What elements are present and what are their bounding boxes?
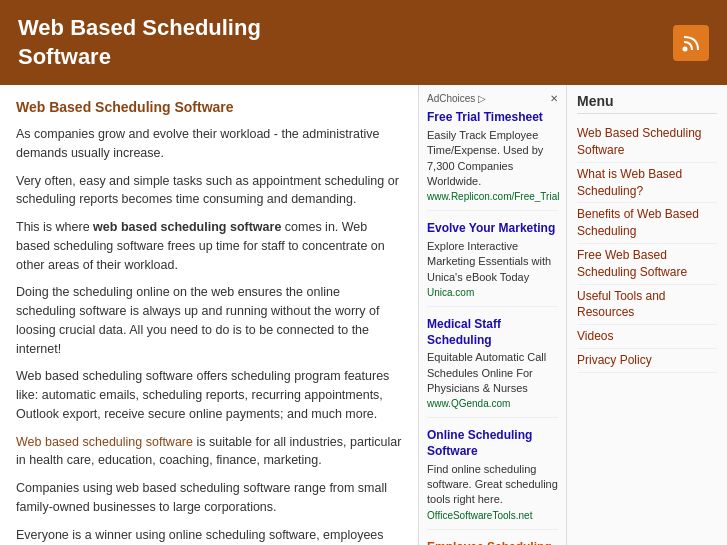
sidebar-item-6[interactable]: Videos bbox=[577, 325, 717, 349]
sidebar: Menu Web Based Scheduling Software What … bbox=[567, 85, 727, 545]
paragraph-6: Web based scheduling software is suitabl… bbox=[16, 433, 402, 471]
ad-url-4: OfficeSoftwareTools.net bbox=[427, 510, 558, 521]
ad-title-4[interactable]: Online Scheduling Software bbox=[427, 428, 558, 459]
content-body: As companies grow and evolve their workl… bbox=[16, 125, 402, 545]
ad-block-2: Evolve Your Marketing Explore Interactiv… bbox=[427, 221, 558, 307]
content-area: Web Based Scheduling Software As compani… bbox=[0, 85, 419, 545]
ad-desc-3: Equitable Automatic Call Schedules Onlin… bbox=[427, 350, 558, 396]
sidebar-item-5[interactable]: Useful Tools and Resources bbox=[577, 285, 717, 326]
sidebar-title: Menu bbox=[577, 93, 717, 114]
sidebar-item-7[interactable]: Privacy Policy bbox=[577, 349, 717, 373]
sidebar-item-2[interactable]: What is Web Based Scheduling? bbox=[577, 163, 717, 204]
paragraph-4: Doing the scheduling online on the web e… bbox=[16, 283, 402, 358]
header: Web Based SchedulingSoftware bbox=[0, 0, 727, 85]
sidebar-item-1[interactable]: Web Based Scheduling Software bbox=[577, 122, 717, 163]
svg-point-0 bbox=[683, 46, 688, 51]
ad-desc-1: Easily Track Employee Time/Expense. Used… bbox=[427, 128, 558, 190]
ad-block-4: Online Scheduling Software Find online s… bbox=[427, 428, 558, 529]
ad-url-3: www.QGenda.com bbox=[427, 398, 558, 409]
ad-title-5[interactable]: Employee Scheduling bbox=[427, 540, 558, 545]
ad-url-1: www.Replicon.com/Free_Trial bbox=[427, 191, 558, 202]
main-layout: Web Based Scheduling Software As compani… bbox=[0, 85, 727, 545]
page-title: Web Based SchedulingSoftware bbox=[18, 14, 261, 71]
ad-title-1[interactable]: Free Trial Timesheet bbox=[427, 110, 558, 126]
sidebar-item-3[interactable]: Benefits of Web Based Scheduling bbox=[577, 203, 717, 244]
bold-phrase: web based scheduling software bbox=[93, 220, 281, 234]
content-title: Web Based Scheduling Software bbox=[16, 99, 402, 115]
paragraph-8: Everyone is a winner using online schedu… bbox=[16, 526, 402, 545]
paragraph-2: Very often, easy and simple tasks such a… bbox=[16, 172, 402, 210]
paragraph-1: As companies grow and evolve their workl… bbox=[16, 125, 402, 163]
ad-choices-bar: AdChoices ▷ ✕ bbox=[427, 93, 558, 104]
ad-block-5: Employee Scheduling Find Employee Schedu… bbox=[427, 540, 558, 545]
ad-block-1: Free Trial Timesheet Easily Track Employ… bbox=[427, 110, 558, 211]
sidebar-item-4[interactable]: Free Web Based Scheduling Software bbox=[577, 244, 717, 285]
paragraph-3: This is where web based scheduling softw… bbox=[16, 218, 402, 274]
ads-area: AdChoices ▷ ✕ Free Trial Timesheet Easil… bbox=[419, 85, 567, 545]
content-link[interactable]: Web based scheduling software bbox=[16, 435, 193, 449]
ad-title-3[interactable]: Medical Staff Scheduling bbox=[427, 317, 558, 348]
paragraph-7: Companies using web based scheduling sof… bbox=[16, 479, 402, 517]
ad-block-3: Medical Staff Scheduling Equitable Autom… bbox=[427, 317, 558, 418]
paragraph-5: Web based scheduling software offers sch… bbox=[16, 367, 402, 423]
ad-url-2: Unica.com bbox=[427, 287, 558, 298]
ad-close-button[interactable]: ✕ bbox=[550, 93, 558, 104]
ad-choices-label: AdChoices ▷ bbox=[427, 93, 486, 104]
ad-title-2[interactable]: Evolve Your Marketing bbox=[427, 221, 558, 237]
ad-desc-2: Explore Interactive Marketing Essentials… bbox=[427, 239, 558, 285]
rss-icon[interactable] bbox=[673, 25, 709, 61]
ad-desc-4: Find online scheduling software. Great s… bbox=[427, 462, 558, 508]
